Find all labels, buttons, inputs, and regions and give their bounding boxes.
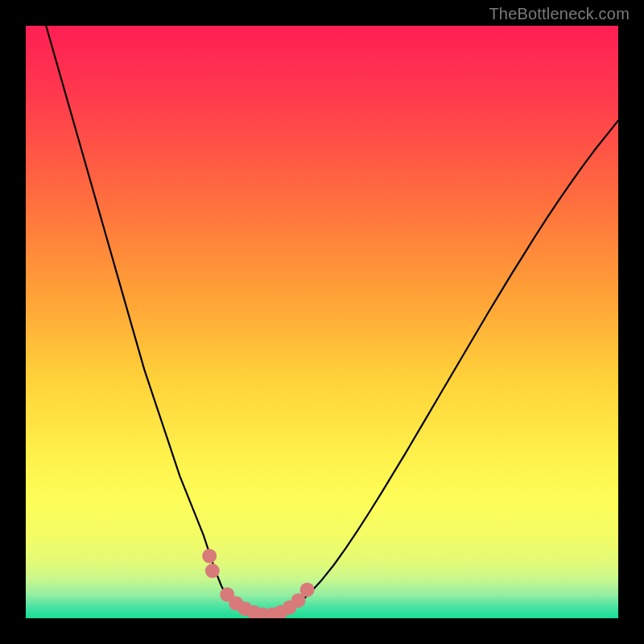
fit-marker [205, 564, 220, 578]
watermark-label: TheBottleneck.com [489, 5, 630, 23]
fit-marker [202, 549, 217, 564]
fit-marker [300, 583, 315, 597]
chart-frame: TheBottleneck.com [0, 0, 644, 644]
bottleneck-curve [26, 26, 618, 615]
fit-marker-group [202, 549, 314, 618]
curve-layer [26, 26, 618, 618]
plot-area [26, 26, 618, 618]
